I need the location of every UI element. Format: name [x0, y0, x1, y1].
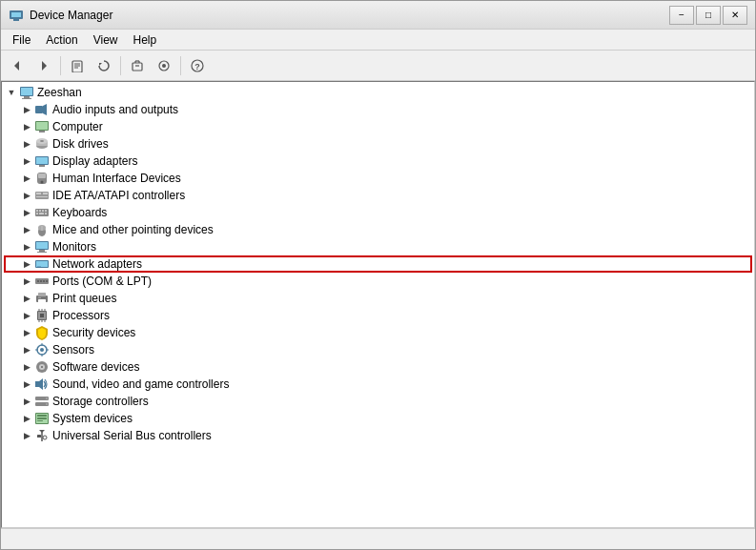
print-icon	[34, 291, 50, 306]
software-expander[interactable]: ▶	[19, 359, 34, 375]
tree-root[interactable]: ▼ Zeeshan	[4, 84, 752, 101]
app-icon	[9, 8, 24, 23]
disk-expander[interactable]: ▶	[19, 136, 34, 152]
svg-rect-100	[37, 435, 41, 438]
ports-expander[interactable]: ▶	[19, 274, 34, 289]
sound-label: Sound, video and game controllers	[52, 377, 229, 391]
tree-item-print[interactable]: ▶ Print queues	[4, 290, 752, 307]
svg-rect-22	[22, 98, 31, 99]
tree-item-storage[interactable]: ▶ Storage controllers	[4, 393, 752, 410]
svg-rect-69	[38, 297, 41, 298]
back-button[interactable]	[5, 54, 30, 77]
tree-item-display[interactable]: ▶ Display adapters	[4, 153, 752, 170]
svg-rect-41	[36, 196, 48, 197]
tree-item-keyboard[interactable]: ▶ Keyboards	[4, 204, 752, 221]
svg-rect-44	[39, 210, 41, 212]
audio-icon	[34, 102, 50, 117]
svg-point-91	[46, 397, 48, 399]
network-expander[interactable]: ▶	[19, 256, 34, 272]
computer-label: Computer	[52, 120, 103, 133]
svg-rect-46	[45, 210, 47, 212]
computer-expander[interactable]: ▶	[19, 119, 34, 134]
tree-item-mice[interactable]: ▶ Mice and other pointing devices	[4, 221, 752, 238]
menu-help[interactable]: Help	[126, 31, 165, 49]
audio-expander[interactable]: ▶	[19, 102, 34, 117]
svg-point-31	[40, 140, 44, 142]
ide-label: IDE ATA/ATAPI controllers	[52, 189, 185, 202]
display-expander[interactable]: ▶	[19, 153, 34, 169]
keyboard-icon	[34, 205, 50, 220]
svg-text:?: ?	[194, 62, 200, 71]
device-tree[interactable]: ▼ Zeeshan ▶	[1, 81, 755, 528]
keyboard-expander[interactable]: ▶	[19, 205, 34, 220]
close-button[interactable]: ✕	[723, 6, 747, 25]
usb-expander[interactable]: ▶	[19, 428, 34, 443]
scan-button[interactable]	[152, 54, 176, 77]
svg-rect-26	[36, 122, 48, 130]
sound-expander[interactable]: ▶	[19, 377, 34, 392]
tree-item-system[interactable]: ▶ System devices	[4, 410, 752, 427]
processors-expander[interactable]: ▶	[19, 308, 34, 323]
tree-item-sensors[interactable]: ▶ Sensors	[4, 341, 752, 358]
status-bar	[1, 528, 755, 549]
mice-expander[interactable]: ▶	[19, 222, 34, 237]
ide-expander[interactable]: ▶	[19, 188, 34, 203]
svg-rect-27	[39, 131, 45, 132]
svg-point-87	[41, 366, 43, 368]
menu-bar: File Action View Help	[1, 30, 755, 51]
svg-marker-24	[43, 104, 47, 115]
security-label: Security devices	[52, 326, 135, 339]
forward-button[interactable]	[31, 54, 56, 77]
tree-item-network[interactable]: ▶ Network adapters	[4, 255, 752, 273]
properties-button[interactable]	[65, 54, 90, 77]
tree-item-disk[interactable]: ▶ Disk drives	[4, 135, 752, 153]
tree-item-security[interactable]: ▶ Security devices	[4, 324, 752, 341]
main-content: ▼ Zeeshan ▶	[1, 81, 755, 528]
display-icon	[34, 153, 50, 169]
svg-point-80	[40, 348, 44, 352]
hid-expander[interactable]: ▶	[19, 171, 34, 186]
svg-marker-88	[35, 378, 43, 390]
tree-item-ports[interactable]: ▶ Ports (COM & LPT)	[4, 273, 752, 290]
network-label: Network adapters	[52, 257, 142, 271]
network-icon	[34, 256, 50, 272]
svg-point-63	[40, 280, 42, 282]
menu-file[interactable]: File	[5, 31, 38, 49]
security-expander[interactable]: ▶	[19, 325, 34, 340]
menu-view[interactable]: View	[86, 31, 126, 49]
hid-icon	[34, 171, 50, 186]
help-button[interactable]: ?	[185, 54, 210, 77]
tree-item-ide[interactable]: ▶ IDE ATA/ATAPI controllers	[4, 187, 752, 204]
security-icon	[34, 325, 50, 340]
root-expander[interactable]: ▼	[4, 85, 19, 100]
storage-expander[interactable]: ▶	[19, 394, 34, 409]
print-expander[interactable]: ▶	[19, 291, 34, 306]
ide-icon	[34, 188, 50, 203]
tree-item-sound[interactable]: ▶ Sound, video and game controllers	[4, 376, 752, 393]
processors-label: Processors	[52, 309, 110, 322]
svg-rect-1	[11, 12, 21, 17]
system-label: System devices	[52, 412, 133, 425]
keyboard-label: Keyboards	[52, 206, 107, 219]
tree-item-software[interactable]: ▶ Software devices	[4, 358, 752, 376]
monitors-expander[interactable]: ▶	[19, 239, 34, 255]
software-icon	[34, 359, 50, 375]
tree-item-audio[interactable]: ▶ Audio inputs and outputs	[4, 101, 752, 118]
svg-point-16	[162, 64, 166, 68]
tree-item-usb[interactable]: ▶ Universal Serial Bus controllers	[4, 427, 752, 444]
tree-item-monitors[interactable]: ▶ Monitors	[4, 238, 752, 255]
menu-action[interactable]: Action	[38, 31, 85, 49]
audio-label: Audio inputs and outputs	[52, 103, 178, 116]
system-expander[interactable]: ▶	[19, 411, 34, 426]
svg-point-92	[46, 403, 48, 405]
minimize-button[interactable]: −	[669, 6, 694, 25]
svg-point-64	[43, 280, 45, 282]
refresh-button[interactable]	[92, 54, 116, 77]
svg-rect-55	[39, 250, 45, 252]
sensors-expander[interactable]: ▶	[19, 342, 34, 357]
maximize-button[interactable]: □	[696, 6, 721, 25]
tree-item-computer[interactable]: ▶ Computer	[4, 118, 752, 135]
tree-item-hid[interactable]: ▶ Human Interface Devices	[4, 170, 752, 187]
tree-item-processors[interactable]: ▶ Processors	[4, 307, 752, 324]
uninstall-button[interactable]	[125, 54, 150, 77]
